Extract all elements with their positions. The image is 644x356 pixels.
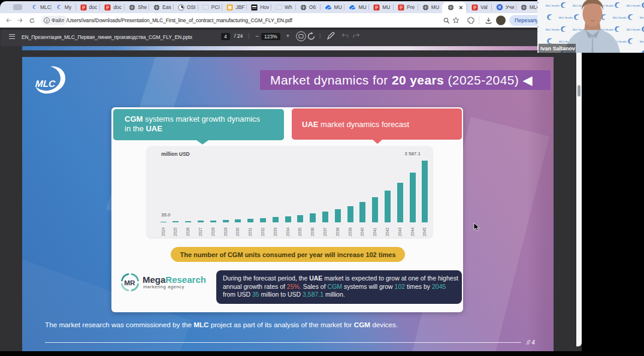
svg-text:MLC: MLC <box>35 79 56 89</box>
svg-text:MR: MR <box>124 279 135 287</box>
svg-text:MLC Health: MLC Health <box>559 16 573 19</box>
svg-text:MLC Health: MLC Health <box>613 16 627 19</box>
svg-text:MLC Health: MLC Health <box>627 4 640 7</box>
svg-text:MLC Health: MLC Health <box>640 40 644 43</box>
svg-text:MLC Health: MLC Health <box>627 28 640 31</box>
svg-text:Ivan Saltanov: Ivan Saltanov <box>540 46 575 52</box>
svg-text:MLC Health: MLC Health <box>627 52 640 53</box>
svg-text:MLC Health: MLC Health <box>546 4 560 7</box>
svg-text:MLC Health: MLC Health <box>546 28 560 31</box>
svg-text:MLC Health: MLC Health <box>640 16 644 19</box>
